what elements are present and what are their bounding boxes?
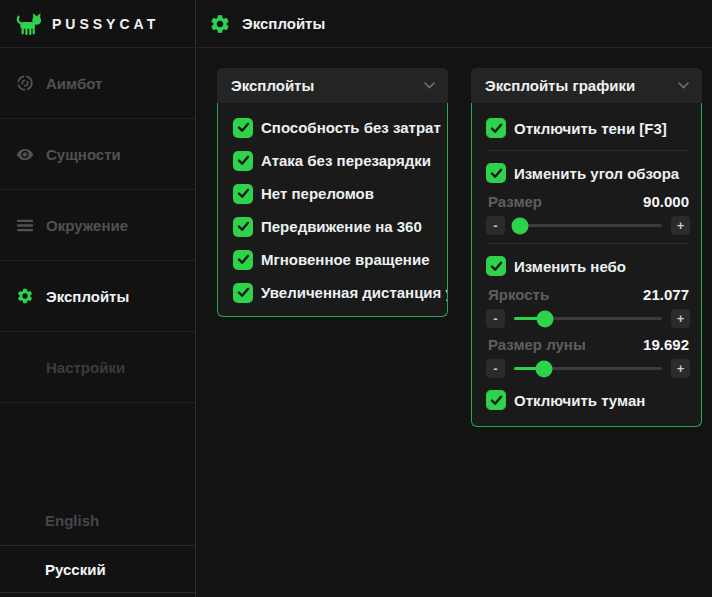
increment-button[interactable]: +	[671, 309, 690, 328]
slider-value: 19.692	[643, 336, 689, 353]
brand-name: PUSSYCAT	[52, 16, 159, 32]
exploits-panel: Эксплойты Способность без затрат Атака б…	[217, 68, 448, 317]
toggle-label: Отключить тени [F3]	[514, 120, 667, 137]
toggle-extended-bite-distance[interactable]: Увеличенная дистанция укуса	[233, 276, 447, 309]
toggle-label: Мгновенное вращение	[261, 251, 429, 268]
toggle-label: Отключить туман	[514, 392, 645, 409]
sidebar-item-settings[interactable]: Настройки	[0, 332, 195, 403]
checkbox-checked-icon[interactable]	[486, 163, 506, 183]
cat-icon	[16, 12, 43, 36]
toggle-disable-fog[interactable]: Отключить туман	[486, 383, 701, 417]
toggle-no-cost-ability[interactable]: Способность без затрат	[233, 111, 447, 144]
page-title: Эксплойты	[242, 15, 325, 32]
main-area: Эксплойты Эксплойты Способность без затр…	[197, 0, 712, 597]
slider-label: Яркость	[488, 286, 549, 303]
language-switcher: English Русский	[0, 496, 195, 597]
aim-icon	[16, 74, 34, 92]
sidebar-item-label: Эксплойты	[46, 288, 129, 305]
brightness-slider-head: Яркость 21.077	[486, 283, 701, 305]
toggle-no-fractures[interactable]: Нет переломов	[233, 177, 447, 210]
sidebar: PUSSYCAT Аимбот Сущности	[0, 0, 196, 597]
checkbox-checked-icon[interactable]	[233, 151, 253, 171]
slider-track[interactable]	[514, 367, 662, 370]
brand-logo: PUSSYCAT	[0, 0, 195, 48]
slider-track[interactable]	[514, 224, 662, 227]
sidebar-item-label: Настройки	[46, 359, 125, 376]
slider-thumb[interactable]	[535, 360, 552, 377]
sidebar-item-label: Сущности	[46, 146, 121, 163]
slider-label: Размер луны	[488, 336, 586, 353]
divider	[488, 150, 689, 151]
toggle-disable-shadows[interactable]: Отключить тени [F3]	[486, 111, 701, 145]
toggle-label: Нет переломов	[261, 185, 374, 202]
toggle-change-sky[interactable]: Изменить небо	[486, 249, 701, 283]
moon-size-slider: - +	[486, 356, 701, 381]
graphics-panel-header[interactable]: Эксплойты графики	[471, 68, 702, 103]
checkbox-checked-icon[interactable]	[233, 217, 253, 237]
chevron-down-icon	[424, 82, 435, 89]
sidebar-item-label: Окружение	[46, 217, 128, 234]
gear-icon	[16, 287, 34, 305]
toggle-change-fov[interactable]: Изменить угол обзора	[486, 156, 701, 190]
checkbox-checked-icon[interactable]	[486, 256, 506, 276]
decrement-button[interactable]: -	[486, 216, 505, 235]
exploits-panel-header[interactable]: Эксплойты	[217, 68, 448, 103]
sidebar-item-exploits[interactable]: Эксплойты	[0, 261, 195, 332]
content: Эксплойты Способность без затрат Атака б…	[197, 48, 712, 427]
increment-button[interactable]: +	[671, 216, 690, 235]
slider-thumb[interactable]	[511, 217, 528, 234]
toggle-label: Изменить угол обзора	[514, 165, 679, 182]
decrement-button[interactable]: -	[486, 359, 505, 378]
language-label: Русский	[45, 561, 106, 578]
exploits-panel-body: Способность без затрат Атака без перезар…	[217, 103, 448, 317]
slider-value: 21.077	[643, 286, 689, 303]
topbar: Эксплойты	[197, 0, 712, 48]
sidebar-item-label: Аимбот	[46, 75, 102, 92]
increment-button[interactable]: +	[671, 359, 690, 378]
sidebar-item-environment[interactable]: Окружение	[0, 190, 195, 261]
toggle-label: Способность без затрат	[261, 119, 441, 136]
toggle-label: Изменить небо	[514, 258, 626, 275]
language-label: English	[45, 512, 99, 529]
toggle-360-movement[interactable]: Передвижение на 360	[233, 210, 447, 243]
toggle-label: Передвижение на 360	[261, 218, 422, 235]
checkbox-checked-icon[interactable]	[486, 118, 506, 138]
checkbox-checked-icon[interactable]	[486, 390, 506, 410]
eye-icon	[16, 145, 34, 163]
graphics-panel-body: Отключить тени [F3] Изменить угол обзора…	[471, 103, 702, 427]
menu-lines-icon	[16, 216, 34, 234]
sidebar-item-entities[interactable]: Сущности	[0, 119, 195, 190]
graphics-panel: Эксплойты графики Отключить тени [F3] Из…	[471, 68, 702, 427]
checkbox-checked-icon[interactable]	[233, 184, 253, 204]
toggle-no-reload-attack[interactable]: Атака без перезарядки	[233, 144, 447, 177]
gear-icon	[209, 13, 231, 35]
language-item-english[interactable]: English	[0, 496, 195, 545]
checkbox-checked-icon[interactable]	[233, 283, 253, 303]
slider-label: Размер	[488, 193, 542, 210]
moon-size-slider-head: Размер луны 19.692	[486, 333, 701, 355]
chevron-down-icon	[678, 82, 689, 89]
brightness-slider: - +	[486, 306, 701, 331]
slider-thumb[interactable]	[537, 310, 554, 327]
decrement-button[interactable]: -	[486, 309, 505, 328]
panel-title: Эксплойты	[231, 77, 314, 94]
sidebar-item-aimbot[interactable]: Аимбот	[0, 48, 195, 119]
slider-track[interactable]	[514, 317, 662, 320]
language-item-russian[interactable]: Русский	[0, 545, 195, 593]
divider	[488, 243, 689, 244]
slider-value: 90.000	[643, 193, 689, 210]
fov-size-slider-head: Размер 90.000	[486, 190, 701, 212]
fov-size-slider: - +	[486, 213, 701, 238]
app-window: PUSSYCAT Аимбот Сущности	[0, 0, 712, 597]
panel-title: Эксплойты графики	[485, 77, 635, 94]
toggle-label: Атака без перезарядки	[261, 152, 431, 169]
checkbox-checked-icon[interactable]	[233, 118, 253, 138]
toggle-instant-rotation[interactable]: Мгновенное вращение	[233, 243, 447, 276]
toggle-label: Увеличенная дистанция укуса	[261, 284, 448, 301]
checkbox-checked-icon[interactable]	[233, 250, 253, 270]
